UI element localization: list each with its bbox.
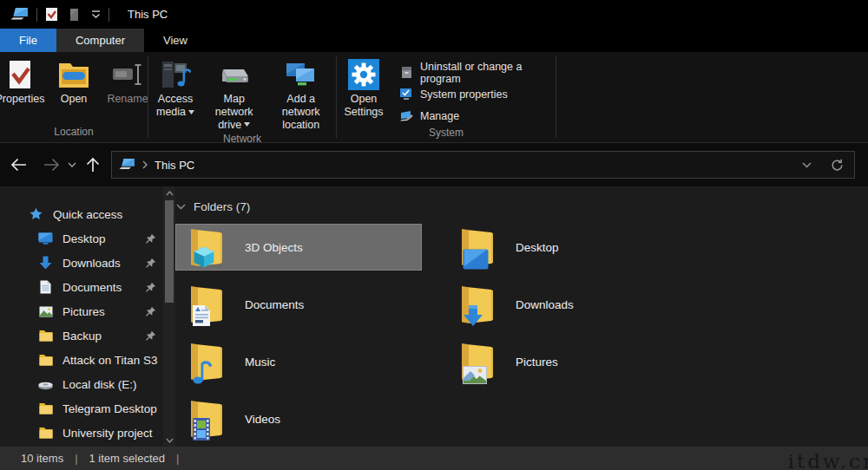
folder-tile-desktop[interactable]: Desktop — [446, 224, 707, 271]
ribbon-divider — [556, 56, 556, 138]
properties-button[interactable]: Properties — [0, 55, 47, 126]
ribbon-group-network: Access media Map network drive — [148, 52, 336, 142]
pin-icon — [145, 233, 156, 245]
access-media-button[interactable]: Access media — [148, 55, 202, 133]
sidebar-item-downloads[interactable]: Downloads — [0, 251, 163, 275]
settings-gear-icon — [348, 56, 379, 93]
up-button[interactable] — [80, 152, 106, 178]
titlebar-divider — [36, 8, 37, 22]
folder-icon — [38, 330, 53, 342]
selected-count: 1 item selected — [89, 452, 165, 465]
folder-label: Downloads — [516, 298, 574, 311]
customize-toolbar-icon[interactable] — [91, 10, 101, 18]
rename-button[interactable]: Rename — [101, 55, 155, 126]
arrow-lg-icon — [463, 304, 483, 327]
network-drive-icon — [218, 56, 251, 93]
disk-icon — [38, 379, 53, 390]
items-count: 10 items — [21, 452, 63, 465]
sidebar-item-label: Documents — [62, 281, 122, 294]
monitor-icon — [38, 232, 53, 245]
sidebar-item-backup[interactable]: Backup — [0, 323, 163, 348]
group-label-system: System — [337, 127, 556, 142]
window-title: This PC — [128, 8, 168, 21]
star-icon — [29, 207, 43, 221]
address-dropdown-icon[interactable] — [802, 162, 812, 168]
refresh-icon[interactable] — [831, 159, 844, 172]
sidebar-item-attack-on-titan-s3[interactable]: Attack on Titan S3 — [0, 348, 163, 372]
folder-tile-documents[interactable]: Documents — [175, 281, 422, 328]
ribbon: Properties Open Rename Location — [0, 52, 868, 143]
sidebar-item-university-project[interactable]: University project — [0, 421, 163, 445]
back-button[interactable] — [5, 152, 31, 178]
sidebar-item-label: Pictures — [62, 305, 105, 318]
folder-icon — [186, 341, 226, 382]
title-bar: This PC — [0, 0, 868, 29]
section-title: Folders (7) — [194, 200, 250, 213]
tab-file[interactable]: File — [0, 29, 56, 52]
folder-icon — [457, 341, 496, 382]
ribbon-group-location: Properties Open Rename Location — [0, 52, 148, 142]
tab-view[interactable]: View — [144, 29, 207, 52]
folders-section-header[interactable]: Folders (7) — [176, 200, 868, 213]
new-folder-quick-icon[interactable] — [69, 8, 81, 22]
folder-tile-downloads[interactable]: Downloads — [446, 281, 707, 328]
folder-tile-music[interactable]: Music — [175, 338, 422, 385]
forward-button[interactable] — [38, 152, 64, 178]
breadcrumb[interactable]: This PC — [155, 159, 194, 172]
manage-icon — [399, 108, 414, 123]
address-bar[interactable]: This PC — [111, 151, 855, 179]
quick-access-toolbar — [45, 7, 101, 22]
tab-computer[interactable]: Computer — [56, 29, 144, 52]
sidebar-item-pictures[interactable]: Pictures — [0, 299, 163, 323]
folder-icon — [38, 402, 53, 415]
dropdown-caret-icon — [244, 122, 250, 127]
navigation-bar: This PC — [0, 143, 868, 186]
open-button[interactable]: Open — [47, 55, 101, 126]
picture-icon — [38, 306, 53, 317]
recent-locations-chevron-icon[interactable] — [64, 152, 80, 178]
pin-icon — [145, 282, 156, 293]
media-server-icon — [160, 56, 191, 93]
sidebar-item-telegram-desktop[interactable]: Telegram Desktop — [0, 396, 163, 421]
status-bar: 10 items | 1 item selected | itdw.cr — [0, 447, 868, 470]
collapse-chevron-icon — [176, 204, 186, 210]
sidebar-item-label: Local disk (E:) — [62, 378, 137, 391]
folder-tile-pictures[interactable]: Pictures — [446, 338, 707, 385]
uninstall-program-button[interactable]: Uninstall or change a program — [396, 62, 556, 83]
network-location-icon — [284, 56, 319, 93]
map-network-drive-button[interactable]: Map network drive — [202, 55, 266, 133]
properties-quick-icon[interactable] — [45, 7, 58, 22]
pin-icon — [145, 306, 156, 317]
titlebar-divider2 — [108, 8, 109, 22]
pin-icon — [145, 330, 156, 342]
sidebar-item-quick-access[interactable]: Quick access — [0, 202, 163, 226]
picture-lg-icon — [463, 366, 487, 384]
group-label-location: Location — [0, 126, 148, 142]
folder-icon — [38, 427, 53, 439]
ribbon-group-system: Open Settings Uninstall or change a prog… — [337, 52, 556, 142]
this-pc-icon — [119, 158, 135, 172]
document-icon — [38, 280, 53, 294]
add-network-location-button[interactable]: Add a network location — [266, 55, 336, 133]
content-pane: Folders (7) 3D ObjectsDesktopDocumentsDo… — [163, 186, 868, 447]
watermark: itdw.cr — [788, 450, 868, 470]
system-properties-icon — [399, 87, 414, 101]
manage-button[interactable]: Manage — [396, 105, 556, 127]
sidebar-item-label: Desktop — [62, 232, 106, 245]
folder-tile-3d-objects[interactable]: 3D Objects — [175, 224, 422, 271]
sidebar-item-label: Backup — [62, 330, 102, 343]
sidebar-item-desktop[interactable]: Desktop — [0, 226, 163, 251]
folder-icon — [186, 398, 226, 440]
folder-tile-videos[interactable]: Videos — [175, 395, 422, 442]
system-properties-button[interactable]: System properties — [396, 83, 556, 105]
sidebar-item-label: Quick access — [53, 208, 122, 221]
open-settings-button[interactable]: Open Settings — [337, 55, 391, 127]
down-arrow-icon — [38, 256, 53, 270]
navigation-pane: Quick accessDesktopDownloadsDocumentsPic… — [0, 186, 163, 447]
sidebar-item-local-disk-e[interactable]: Local disk (E:) — [0, 372, 163, 396]
rename-icon — [112, 56, 143, 93]
folder-icon — [186, 284, 226, 325]
sidebar-item-documents[interactable]: Documents — [0, 275, 163, 299]
folder-label: Pictures — [516, 356, 558, 369]
sidebar-item-label: Telegram Desktop — [62, 402, 157, 415]
